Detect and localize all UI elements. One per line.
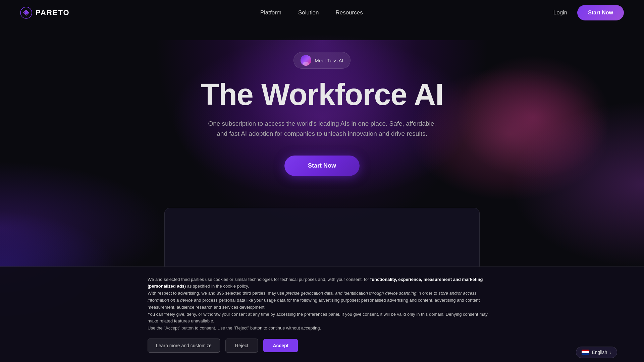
cookie-text: We and selected third parties use cookie…	[148, 276, 496, 332]
pareto-logo-icon	[20, 7, 32, 19]
cookie-consent-line: You can freely give, deny, or withdraw y…	[148, 312, 488, 324]
chevron-right-icon: ›	[610, 350, 611, 355]
learn-more-customize-button[interactable]: Learn more and customize	[148, 339, 220, 353]
accept-button[interactable]: Accept	[263, 339, 298, 352]
cookie-advertising-line: With respect to advertising, we and 896 …	[148, 291, 243, 296]
language-selector[interactable]: English ›	[576, 347, 617, 358]
third-parties-link[interactable]: third parties	[243, 291, 265, 296]
tess-avatar-inner	[301, 55, 311, 66]
cookie-body-text-1: We and selected third parties use cookie…	[148, 277, 370, 282]
cookie-body-text-3: .	[248, 284, 249, 289]
cookie-policy-link[interactable]: cookie policy	[223, 284, 248, 289]
nav-link-solution[interactable]: Solution	[298, 9, 319, 16]
logo-text: PARETO	[36, 8, 70, 17]
advertising-purposes-link[interactable]: advertising purposes	[319, 298, 359, 303]
cookie-body-text-2: as specified in the	[186, 284, 223, 289]
tess-avatar	[301, 55, 311, 66]
reject-button[interactable]: Reject	[225, 339, 258, 353]
svg-point-1	[24, 11, 28, 14]
hero-section: Meet Tess AI The Workforce AI One subscr…	[0, 25, 644, 176]
login-button[interactable]: Login	[553, 9, 568, 16]
nav-actions: Login Start Now	[553, 5, 624, 20]
start-now-nav-button[interactable]: Start Now	[577, 5, 624, 20]
meet-tess-text: Meet Tess AI	[315, 58, 343, 63]
nav-link-platform[interactable]: Platform	[260, 9, 281, 16]
cookie-use-line: Use the "Accept" button to consent. Use …	[148, 325, 321, 330]
logo[interactable]: PARETO	[20, 7, 70, 19]
cookie-banner: We and selected third parties use cookie…	[0, 266, 644, 362]
cookie-actions: Learn more and customize Reject Accept	[148, 339, 496, 353]
hero-title: The Workforce AI	[201, 79, 443, 111]
meet-tess-badge[interactable]: Meet Tess AI	[293, 52, 351, 69]
nav-link-resources[interactable]: Resources	[335, 9, 363, 16]
nav-links: Platform Solution Resources	[260, 9, 363, 16]
start-now-hero-button[interactable]: Start Now	[284, 156, 360, 176]
hero-subtitle: One subscription to access the world's l…	[208, 119, 436, 139]
language-text: English	[592, 350, 607, 355]
navbar: PARETO Platform Solution Resources Login…	[0, 0, 644, 25]
flag-icon	[582, 350, 589, 355]
